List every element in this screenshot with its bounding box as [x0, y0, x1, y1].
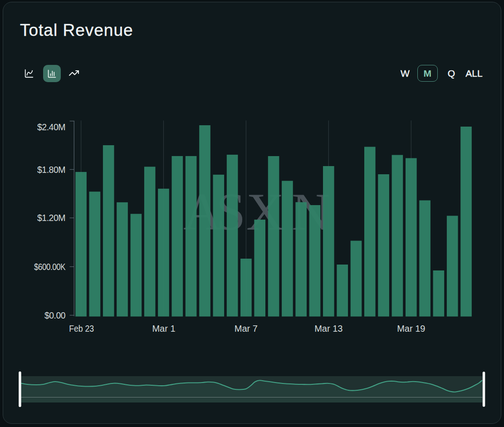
svg-text:Mar 7: Mar 7: [235, 324, 258, 334]
svg-text:$0.00: $0.00: [44, 310, 65, 320]
svg-text:$2.40M: $2.40M: [37, 122, 65, 132]
svg-text:Mar 13: Mar 13: [314, 324, 343, 334]
svg-text:Feb 23: Feb 23: [69, 324, 94, 334]
svg-text:$600.00K: $600.00K: [34, 262, 66, 272]
svg-text:Mar 19: Mar 19: [397, 324, 425, 334]
svg-text:$1.80M: $1.80M: [37, 165, 65, 175]
svg-text:Mar 1: Mar 1: [152, 324, 175, 334]
svg-text:$1.20M: $1.20M: [37, 213, 65, 223]
